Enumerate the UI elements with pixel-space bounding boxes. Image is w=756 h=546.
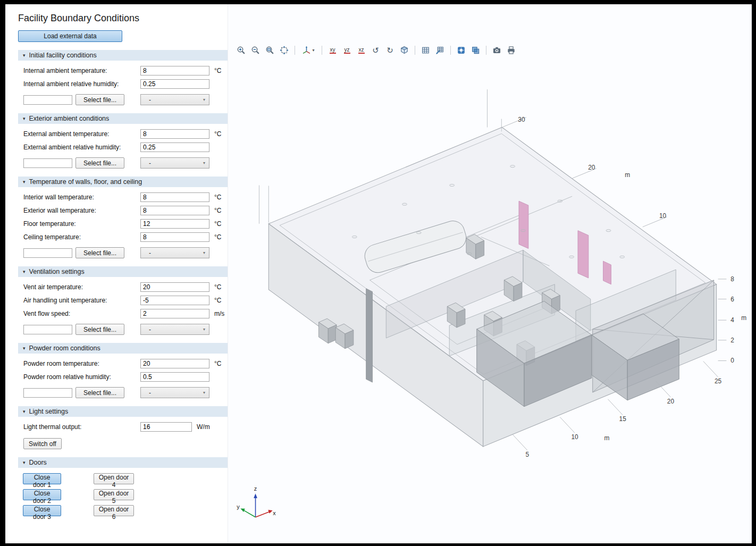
section-header-ventilation-settings[interactable]: ▾ Ventilation settings bbox=[18, 266, 228, 277]
chevron-down-icon: ▾ bbox=[203, 250, 205, 255]
close-door-3-button[interactable]: Close door 3 bbox=[23, 505, 61, 516]
toolbar-separator bbox=[415, 46, 415, 55]
graphics-canvas[interactable]: 30 20 10 m 8 6 4 2 0 m bbox=[228, 60, 752, 543]
coordinate-triad: z y x bbox=[237, 485, 276, 517]
field-unit: °C bbox=[209, 207, 228, 214]
section-title: Exterior ambient conditions bbox=[29, 115, 110, 122]
section-header-exterior-ambient-conditions[interactable]: ▾ Exterior ambient conditions bbox=[18, 113, 228, 124]
camera-icon bbox=[492, 46, 501, 55]
light-thermal-output-input[interactable] bbox=[140, 422, 192, 432]
view-xz-icon: xz bbox=[358, 47, 365, 54]
select-file-button[interactable]: Select file... bbox=[75, 157, 124, 169]
floor-temperature-input[interactable] bbox=[140, 219, 209, 229]
dropdown-value: - bbox=[149, 249, 151, 257]
collapse-triangle-icon: ▾ bbox=[23, 409, 26, 414]
transparency-button[interactable] bbox=[469, 44, 482, 56]
chevron-down-icon: ▾ bbox=[203, 97, 205, 102]
zoom-out-button[interactable] bbox=[249, 44, 262, 56]
internal-ambient-temperature-input[interactable] bbox=[140, 66, 209, 75]
section-title: Doors bbox=[29, 459, 47, 466]
collapse-triangle-icon: ▾ bbox=[23, 53, 26, 58]
view-xz-button[interactable]: xz bbox=[355, 44, 368, 56]
show-grid-button[interactable] bbox=[419, 44, 432, 56]
select-file-button[interactable]: Select file... bbox=[75, 94, 124, 105]
scene-light-button[interactable] bbox=[455, 44, 468, 56]
field-unit: °C bbox=[209, 194, 228, 201]
external-ambient-temperature-input[interactable] bbox=[140, 129, 209, 139]
print-button[interactable] bbox=[505, 44, 518, 56]
open-door-6-button[interactable]: Open door 6 bbox=[94, 505, 134, 516]
z-axis-labels: 8 6 4 2 0 m bbox=[718, 275, 747, 365]
file-path-input[interactable] bbox=[23, 325, 72, 334]
file-dropdown[interactable]: - ▾ bbox=[140, 157, 209, 169]
field-unit: °C bbox=[209, 67, 228, 74]
section-title: Light settings bbox=[29, 408, 69, 415]
svg-text:30: 30 bbox=[518, 116, 525, 123]
field-label: Vent air temperature: bbox=[23, 283, 140, 291]
field-unit: °C bbox=[209, 360, 228, 367]
vent-air-temperature-input[interactable] bbox=[140, 282, 209, 292]
rotate-clockwise-button[interactable]: ↻ bbox=[383, 44, 397, 56]
interior-wall-temperature-input[interactable] bbox=[140, 192, 209, 202]
collapse-triangle-icon: ▾ bbox=[23, 460, 26, 465]
exterior-wall-temperature-input[interactable] bbox=[140, 206, 209, 215]
show-axes-button[interactable] bbox=[433, 44, 447, 56]
zoom-extents-button[interactable] bbox=[278, 44, 291, 56]
file-path-input[interactable] bbox=[23, 388, 72, 398]
transparency-icon bbox=[471, 46, 480, 55]
perspective-view-button[interactable] bbox=[398, 44, 411, 56]
file-dropdown[interactable]: - ▾ bbox=[140, 387, 209, 398]
file-path-input[interactable] bbox=[23, 248, 72, 258]
zoom-out-icon bbox=[251, 46, 260, 55]
file-path-input[interactable] bbox=[23, 95, 72, 105]
svg-text:15: 15 bbox=[619, 415, 627, 423]
powder-room-relative-humidity-input[interactable] bbox=[140, 372, 209, 382]
close-door-1-button[interactable]: Close door 1 bbox=[23, 473, 61, 484]
switch-off-button[interactable]: Switch off bbox=[23, 438, 62, 449]
section-header-temperature-walls-floor-ceiling[interactable]: ▾ Temperature of walls, floor, and ceili… bbox=[18, 177, 228, 187]
triad-y-label: y bbox=[237, 503, 240, 510]
view-xy-button[interactable]: xy bbox=[326, 44, 339, 56]
internal-ambient-relative-humidity-input[interactable] bbox=[140, 79, 209, 89]
section-header-powder-room-conditions[interactable]: ▾ Powder room conditions bbox=[18, 343, 228, 354]
vent-flow-speed-input[interactable] bbox=[140, 309, 209, 318]
go-to-default-view-button[interactable]: ▾ bbox=[299, 44, 318, 56]
view-yz-button[interactable]: yz bbox=[340, 44, 354, 56]
triad-z-label: z bbox=[254, 485, 257, 492]
select-file-button[interactable]: Select file... bbox=[75, 247, 124, 258]
svg-text:6: 6 bbox=[730, 296, 734, 303]
file-dropdown[interactable]: - ▾ bbox=[140, 324, 209, 335]
powder-room-temperature-input[interactable] bbox=[140, 359, 209, 368]
open-door-5-button[interactable]: Open door 5 bbox=[94, 489, 134, 500]
external-ambient-relative-humidity-input[interactable] bbox=[140, 142, 209, 152]
svg-text:m: m bbox=[604, 434, 610, 442]
close-door-2-button[interactable]: Close door 2 bbox=[23, 489, 61, 500]
svg-text:10: 10 bbox=[659, 212, 667, 220]
view-yz-icon: yz bbox=[344, 47, 350, 54]
section-header-doors[interactable]: ▾ Doors bbox=[18, 457, 228, 468]
air-handling-unit-temperature-input[interactable] bbox=[140, 296, 209, 305]
section-title: Ventilation settings bbox=[29, 268, 85, 275]
open-door-4-button[interactable]: Open door 4 bbox=[94, 473, 134, 484]
select-file-button[interactable]: Select file... bbox=[75, 324, 124, 335]
section-header-initial-facility-conditions[interactable]: ▾ Initial facility conditions bbox=[18, 50, 228, 61]
zoom-in-button[interactable] bbox=[234, 44, 248, 56]
file-dropdown[interactable]: - ▾ bbox=[140, 247, 209, 258]
svg-text:20: 20 bbox=[588, 164, 595, 171]
ceiling-temperature-input[interactable] bbox=[140, 232, 209, 242]
view-xy-icon: xy bbox=[330, 47, 336, 54]
section-header-light-settings[interactable]: ▾ Light settings bbox=[18, 406, 228, 417]
settings-panel: Facility Boundary Conditions Load extern… bbox=[5, 4, 228, 543]
file-path-input[interactable] bbox=[23, 158, 72, 168]
load-external-data-button[interactable]: Load external data bbox=[18, 30, 122, 42]
rotate-cw-icon: ↻ bbox=[387, 46, 393, 54]
file-dropdown[interactable]: - ▾ bbox=[140, 94, 209, 105]
svg-text:8: 8 bbox=[730, 275, 734, 283]
snapshot-button[interactable] bbox=[490, 44, 503, 56]
rotate-counterclockwise-button[interactable]: ↺ bbox=[369, 44, 382, 56]
select-file-button[interactable]: Select file... bbox=[75, 387, 124, 398]
field-label: External ambient temperature: bbox=[23, 130, 140, 138]
dropdown-value: - bbox=[149, 389, 151, 397]
zoom-box-button[interactable] bbox=[263, 44, 276, 56]
field-unit: °C bbox=[209, 130, 228, 138]
